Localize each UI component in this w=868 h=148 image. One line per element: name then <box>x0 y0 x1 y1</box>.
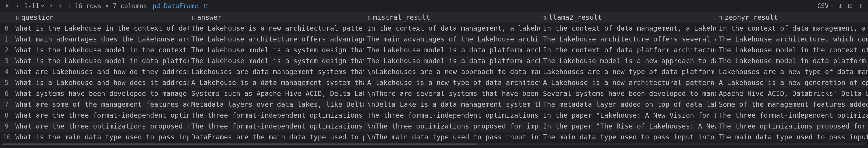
cell-llama2_result[interactable]: Several systems have been developed to m… <box>540 88 716 99</box>
cell-zephyr_result[interactable]: In the context of data management, a Lak… <box>716 23 868 34</box>
toolbar: 1-11 16 rows × 7 columns pd.DataFrame CS… <box>0 0 868 12</box>
table-row[interactable]: 9What are the three optimizations propos… <box>0 121 868 132</box>
column-header-question[interactable]: ⇅question <box>13 12 188 23</box>
sort-icon: ⇅ <box>543 14 547 21</box>
column-header-zephyr[interactable]: ⇅zephyr_result <box>716 12 868 23</box>
row-index: 6 <box>0 88 13 99</box>
cell-llama2_result[interactable]: A Lakehouse is a new architectural patte… <box>540 77 716 88</box>
cell-zephyr_result[interactable]: Lakehouses are a new type of data manage… <box>716 67 868 77</box>
cell-zephyr_result[interactable]: The Lakehouse architecture, which combin… <box>716 34 868 45</box>
row-index: 4 <box>0 67 13 77</box>
page-range-button[interactable]: 1-11 <box>24 2 44 10</box>
cell-mistral_result[interactable]: The Lakehouse model is a data platform a… <box>364 45 540 55</box>
export-csv-button[interactable]: CSV <box>817 2 834 10</box>
cell-answer[interactable]: The three format-independent optimizatio… <box>188 110 364 121</box>
column-header-index[interactable] <box>0 12 13 23</box>
scrollbar-track <box>2 144 866 145</box>
cell-answer[interactable]: The Lakehouse model is a system design t… <box>188 45 364 55</box>
cell-mistral_result[interactable]: \nThere are several systems that have be… <box>364 88 540 99</box>
dataframe-table: ⇅question ⇅answer ⇅mistral_result ⇅llama… <box>0 12 868 143</box>
table-row[interactable]: 6What systems have been developed to man… <box>0 88 868 99</box>
cell-question[interactable]: What are the three format-independent op… <box>13 110 188 121</box>
nav-prev-icon[interactable] <box>14 2 21 9</box>
cell-mistral_result[interactable]: The three format-independent optimizatio… <box>364 110 540 121</box>
column-header-llama2[interactable]: ⇅llama2_result <box>540 12 716 23</box>
column-header-answer[interactable]: ⇅answer <box>188 12 364 23</box>
table-row[interactable]: 8What are the three format-independent o… <box>0 110 868 121</box>
external-link-icon <box>204 2 208 10</box>
cell-question[interactable]: What is the Lakehouse model in data plat… <box>13 55 188 67</box>
table-row[interactable]: 0What is the Lakehouse in the context of… <box>0 23 868 34</box>
cell-answer[interactable]: Systems such as Apache Hive ACID, Delta … <box>188 88 364 99</box>
nav-next-icon[interactable] <box>47 2 55 9</box>
download-icon[interactable] <box>837 2 844 9</box>
scrollbar-thumb[interactable] <box>2 144 477 145</box>
cell-llama2_result[interactable]: In the context of data management, a Lak… <box>540 23 716 34</box>
cell-question[interactable]: What is the Lakehouse model in the conte… <box>13 45 188 55</box>
nav-last-icon[interactable] <box>57 2 64 9</box>
sort-icon: ⇅ <box>719 14 723 21</box>
cell-question[interactable]: What are Lakehouses and how do they addr… <box>13 67 188 77</box>
export-csv-label: CSV <box>817 2 829 10</box>
cell-zephyr_result[interactable]: The three optimizations proposed for imp… <box>716 121 868 132</box>
cell-mistral_result[interactable]: \nLakehouses are a new approach to data … <box>364 67 540 77</box>
cell-llama2_result[interactable]: In the paper "The Rise of Lakehouses: A … <box>540 121 716 132</box>
cell-question[interactable]: What is a Lakehouse and how does it addr… <box>13 77 188 88</box>
cell-answer[interactable]: A Lakehouse is a data management system … <box>188 77 364 88</box>
table-row[interactable]: 5What is a Lakehouse and how does it add… <box>0 77 868 88</box>
horizontal-scrollbar[interactable] <box>0 143 868 146</box>
cell-question[interactable]: What is the Lakehouse in the context of … <box>13 23 188 34</box>
cell-mistral_result[interactable]: In the context of data management, a lak… <box>364 23 540 34</box>
table-row[interactable]: 7What are some of the management feature… <box>0 99 868 110</box>
cell-answer[interactable]: Lakehouses are data management systems t… <box>188 67 364 77</box>
cell-answer[interactable]: The Lakehouse model is a system design t… <box>188 55 364 67</box>
open-external-icon[interactable] <box>847 2 854 9</box>
cell-question[interactable]: What is the main data type used to pass … <box>13 132 188 143</box>
row-index: 3 <box>0 55 13 67</box>
cell-llama2_result[interactable]: In the paper "Lakehouse: A New Vision fo… <box>540 110 716 121</box>
cell-mistral_result[interactable]: The main advantages of the Lakehouse arc… <box>364 34 540 45</box>
cell-answer[interactable]: The Lakehouse architecture offers advant… <box>188 34 364 45</box>
type-link[interactable]: pd.DataFrame <box>153 2 208 10</box>
cell-zephyr_result[interactable]: Some of the management features added by… <box>716 99 868 110</box>
cell-llama2_result[interactable]: The Lakehouse model is a new approach to… <box>540 55 716 67</box>
cell-question[interactable]: What systems have been developed to mana… <box>13 88 188 99</box>
cell-mistral_result[interactable]: A lakehouse is a new type of data archit… <box>364 77 540 88</box>
cell-zephyr_result[interactable]: Apache Hive ACID, Databricks' Delta Lake… <box>716 88 868 99</box>
dataframe-table-container: ⇅question ⇅answer ⇅mistral_result ⇅llama… <box>0 12 868 143</box>
table-row[interactable]: 10What is the main data type used to pas… <box>0 132 868 143</box>
cell-mistral_result[interactable]: \nThe main data type used to pass input … <box>364 132 540 143</box>
dimensions-label: 16 rows × 7 columns <box>74 2 147 10</box>
cell-llama2_result[interactable]: In the context of data platform architec… <box>540 45 716 55</box>
cell-answer[interactable]: The three format-independent optimizatio… <box>188 121 364 132</box>
table-row[interactable]: 1What main advantages does the Lakehouse… <box>0 34 868 45</box>
table-row[interactable]: 3What is the Lakehouse model in data pla… <box>0 55 868 67</box>
table-row[interactable]: 4What are Lakehouses and how do they add… <box>0 67 868 77</box>
cell-question[interactable]: What are some of the management features… <box>13 99 188 110</box>
sort-icon: ⇅ <box>367 14 371 21</box>
column-header-mistral[interactable]: ⇅mistral_result <box>364 12 540 23</box>
cell-answer[interactable]: Metadata layers over data lakes, like De… <box>188 99 364 110</box>
cell-llama2_result[interactable]: The main data type used to pass input in… <box>540 132 716 143</box>
cell-zephyr_result[interactable]: The Lakehouse model in data platform arc… <box>716 55 868 67</box>
color-by-column-icon[interactable] <box>857 2 864 9</box>
cell-question[interactable]: What main advantages does the Lakehouse … <box>13 34 188 45</box>
cell-zephyr_result[interactable]: A Lakehouse is a new generation of open … <box>716 77 868 88</box>
cell-mistral_result[interactable]: \nThe three optimizations proposed for i… <box>364 121 540 132</box>
cell-answer[interactable]: DataFrames are the main data type used t… <box>188 132 364 143</box>
cell-llama2_result[interactable]: The Lakehouse architecture offers severa… <box>540 34 716 45</box>
table-row[interactable]: 2What is the Lakehouse model in the cont… <box>0 45 868 55</box>
cell-mistral_result[interactable]: \nDelta Lake is a data management system… <box>364 99 540 110</box>
sort-icon: ⇅ <box>191 14 195 21</box>
row-index: 8 <box>0 110 13 121</box>
cell-mistral_result[interactable]: The Lakehouse model is a data platform a… <box>364 55 540 67</box>
cell-llama2_result[interactable]: The metadata layer added on top of data … <box>540 99 716 110</box>
cell-zephyr_result[interactable]: The Lakehouse model in the context of da… <box>716 45 868 55</box>
toolbar-separator <box>69 3 70 9</box>
cell-llama2_result[interactable]: Lakehouses are a new type of data platfo… <box>540 67 716 77</box>
cell-zephyr_result[interactable]: The three format-independent optimizatio… <box>716 110 868 121</box>
cell-zephyr_result[interactable]: The main data type used to pass input in… <box>716 132 868 143</box>
nav-first-icon[interactable] <box>4 2 11 9</box>
cell-answer[interactable]: The Lakehouse is a new architectural pat… <box>188 23 364 34</box>
cell-question[interactable]: What are the three optimizations propose… <box>13 121 188 132</box>
